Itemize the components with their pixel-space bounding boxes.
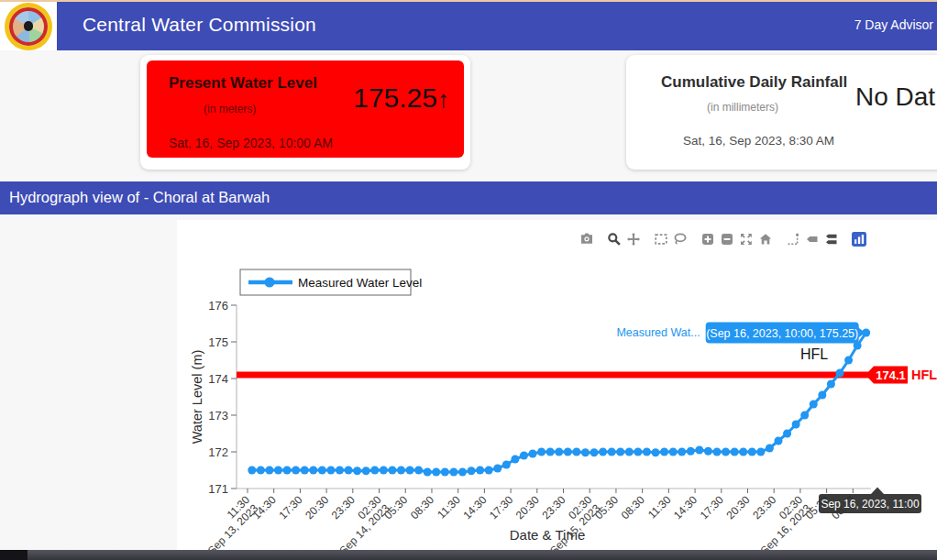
plotly-chart-paper: 171172173174175176Water Level (m)11:30Se… — [177, 220, 937, 550]
x-tick-label: 20:30 — [303, 493, 331, 522]
data-point[interactable] — [406, 467, 414, 475]
data-point[interactable] — [792, 421, 800, 429]
spikelines-icon[interactable] — [785, 231, 801, 247]
data-point[interactable] — [511, 456, 519, 464]
data-point[interactable] — [257, 467, 265, 475]
x-tick-label: 14:30 — [671, 493, 700, 522]
zoom-icon[interactable] — [606, 231, 623, 247]
plotly-logo-icon[interactable] — [851, 231, 867, 247]
data-point[interactable] — [722, 448, 730, 456]
data-point[interactable] — [414, 467, 423, 475]
data-point[interactable] — [380, 467, 388, 475]
box-select-icon[interactable] — [653, 231, 669, 247]
camera-icon[interactable] — [579, 231, 595, 247]
data-point[interactable] — [476, 467, 484, 475]
y-tick-label: 176 — [208, 299, 228, 313]
data-point[interactable] — [397, 467, 405, 475]
rising-trend-arrow-icon: ↑ — [437, 85, 449, 113]
data-point[interactable] — [318, 467, 326, 475]
home-icon[interactable] — [757, 231, 774, 247]
present-water-level-card: Present Water Level (in meters) 175.25↑ … — [140, 55, 470, 170]
hover-compare-icon[interactable] — [823, 231, 840, 247]
data-point[interactable] — [748, 448, 756, 456]
data-point[interactable] — [581, 448, 590, 456]
data-point[interactable] — [493, 465, 502, 473]
data-point[interactable] — [590, 448, 599, 456]
data-point[interactable] — [345, 467, 353, 475]
data-point[interactable] — [468, 467, 476, 475]
data-point[interactable] — [458, 468, 467, 477]
data-point[interactable] — [555, 448, 563, 456]
legend-label[interactable]: Measured Water Level — [298, 276, 422, 290]
data-point[interactable] — [432, 468, 440, 477]
data-point[interactable] — [485, 467, 493, 475]
y-axis-title: Water Level (m) — [190, 350, 204, 445]
data-point[interactable] — [731, 448, 739, 456]
data-point[interactable] — [599, 448, 607, 456]
data-point[interactable] — [309, 467, 317, 475]
data-point[interactable] — [572, 448, 580, 456]
data-point[interactable] — [502, 461, 511, 469]
data-point[interactable] — [449, 468, 457, 477]
data-point[interactable] — [292, 467, 300, 475]
data-point[interactable] — [529, 450, 537, 458]
y-tick-label: 173 — [208, 409, 228, 423]
seven-day-advisory-link[interactable]: 7 Day Advisor — [854, 17, 933, 32]
data-point[interactable] — [643, 448, 651, 456]
data-point[interactable] — [678, 448, 686, 456]
data-point[interactable] — [835, 369, 843, 378]
data-point[interactable] — [546, 448, 555, 456]
data-point[interactable] — [766, 445, 774, 453]
hover-closest-icon[interactable] — [804, 231, 821, 247]
cumulative-rainfall-card: Cumulative Daily Rainfall (in millimeter… — [626, 55, 937, 170]
data-point[interactable] — [687, 447, 695, 456]
chart-region: 171172173174175176Water Level (m)11:30Se… — [0, 214, 937, 550]
hydrograph-chart[interactable]: 171172173174175176Water Level (m)11:30Se… — [177, 220, 937, 550]
data-point[interactable] — [669, 448, 678, 456]
card-title: Cumulative Daily Rainfall — [661, 73, 847, 92]
data-point[interactable] — [537, 448, 546, 456]
data-point[interactable] — [827, 380, 835, 389]
data-point[interactable] — [353, 467, 361, 475]
data-point[interactable] — [608, 448, 616, 456]
lasso-icon[interactable] — [672, 231, 689, 247]
zoom-in-icon[interactable] — [700, 231, 716, 247]
data-point[interactable] — [336, 467, 344, 475]
data-point[interactable] — [248, 467, 256, 475]
data-point[interactable] — [370, 467, 379, 475]
data-point[interactable] — [616, 448, 624, 456]
card-unit: (in meters) — [204, 103, 256, 115]
data-point[interactable] — [712, 448, 721, 456]
pan-icon[interactable] — [625, 231, 642, 247]
data-point[interactable] — [564, 448, 572, 456]
data-point[interactable] — [739, 448, 747, 456]
legend-marker-sample[interactable] — [265, 278, 275, 288]
data-point[interactable] — [800, 412, 809, 420]
data-point[interactable] — [301, 467, 309, 475]
data-point[interactable] — [283, 467, 292, 475]
data-point[interactable] — [756, 448, 765, 456]
data-point[interactable] — [652, 448, 660, 456]
data-point[interactable] — [362, 467, 370, 475]
data-point[interactable] — [783, 430, 791, 438]
data-point[interactable] — [810, 401, 818, 409]
footer-corner-block — [0, 550, 28, 560]
data-point[interactable] — [634, 448, 642, 456]
data-point[interactable] — [274, 467, 282, 475]
card-title: Present Water Level — [169, 74, 317, 93]
data-point[interactable] — [441, 468, 449, 477]
data-point[interactable] — [695, 446, 703, 455]
data-point[interactable] — [265, 467, 273, 475]
data-point[interactable] — [625, 448, 634, 456]
data-point[interactable] — [818, 391, 826, 400]
data-point[interactable] — [774, 437, 782, 445]
data-point[interactable] — [704, 447, 712, 456]
autoscale-icon[interactable] — [738, 231, 755, 247]
data-point[interactable] — [326, 467, 335, 475]
data-point[interactable] — [660, 448, 668, 456]
data-point[interactable] — [520, 452, 528, 460]
data-point[interactable] — [424, 468, 432, 477]
data-point[interactable] — [844, 357, 853, 365]
data-point[interactable] — [388, 467, 396, 475]
zoom-out-icon[interactable] — [719, 231, 735, 247]
